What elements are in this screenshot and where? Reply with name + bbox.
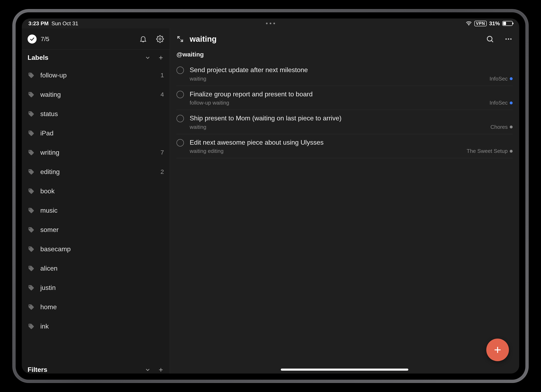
sidebar-label-home[interactable]: home [22, 297, 170, 317]
task-checkbox[interactable] [177, 139, 184, 147]
sidebar: 7/5 Labels [22, 28, 170, 373]
label-name: book [40, 187, 164, 195]
sidebar-label-iPad[interactable]: iPad [22, 123, 170, 143]
task-labels: waiting editing [190, 148, 224, 154]
label-name: home [40, 303, 164, 311]
svg-point-1 [159, 38, 161, 40]
task-row[interactable]: Finalize group report and present to boa… [177, 86, 513, 110]
label-count: 2 [161, 168, 164, 175]
task-row[interactable]: Send project update after next milestone… [177, 62, 513, 86]
group-header: @waiting [177, 50, 513, 62]
label-name: somer [40, 226, 164, 234]
main-header: waiting [170, 28, 519, 50]
svg-point-12 [510, 38, 512, 40]
svg-point-10 [505, 38, 507, 40]
chevron-down-icon[interactable] [145, 55, 151, 61]
sidebar-label-writing[interactable]: writing7 [22, 143, 170, 162]
expand-icon[interactable] [177, 35, 184, 43]
sidebar-label-waiting[interactable]: waiting4 [22, 85, 170, 104]
svg-point-0 [468, 25, 469, 25]
add-task-fab[interactable] [486, 339, 509, 361]
label-name: alicen [40, 265, 164, 272]
sidebar-label-status[interactable]: status [22, 104, 170, 123]
label-name: writing [40, 149, 161, 156]
label-name: waiting [40, 91, 161, 98]
settings-gear-icon[interactable] [156, 35, 164, 43]
status-date: Sun Oct 31 [52, 20, 78, 27]
label-count: 4 [161, 91, 164, 98]
label-name: editing [40, 168, 161, 176]
vpn-badge: VPN [474, 21, 487, 26]
add-filter-icon[interactable] [158, 367, 164, 373]
battery-percent: 31% [489, 20, 500, 27]
task-row[interactable]: Edit next awesome piece about using Ulys… [177, 134, 513, 158]
sidebar-label-music[interactable]: music [22, 201, 170, 220]
filters-section-header[interactable]: Filters [22, 361, 170, 373]
sidebar-label-somer[interactable]: somer [22, 220, 170, 239]
notifications-icon[interactable] [139, 35, 147, 43]
today-count[interactable]: 7/5 [41, 36, 139, 42]
task-title: Finalize group report and present to boa… [190, 90, 513, 99]
task-project: InfoSec [489, 76, 513, 82]
labels-list: follow-up1waiting4statusiPadwriting7edit… [22, 66, 170, 361]
label-name: music [40, 207, 164, 214]
chevron-down-icon[interactable] [145, 367, 151, 373]
task-checkbox[interactable] [177, 91, 184, 98]
sidebar-label-basecamp[interactable]: basecamp [22, 239, 170, 259]
wifi-icon [466, 21, 472, 26]
status-time: 3:23 PM [28, 20, 49, 27]
label-count: 7 [161, 149, 164, 156]
task-project: Chores [490, 124, 513, 130]
label-name: basecamp [40, 245, 164, 253]
task-labels: waiting [190, 124, 206, 130]
label-count: 1 [161, 72, 164, 79]
sidebar-top: 7/5 [22, 28, 170, 50]
svg-point-11 [508, 38, 509, 40]
status-bar: 3:23 PM Sun Oct 31 VPN 31% [22, 19, 519, 28]
task-labels: waiting [190, 76, 206, 82]
task-labels: follow-up waiting [190, 100, 229, 106]
task-title: Ship present to Mom (waiting on last pie… [190, 114, 513, 123]
page-title: waiting [190, 35, 217, 44]
task-list: @waiting Send project update after next … [170, 50, 519, 373]
task-row[interactable]: Ship present to Mom (waiting on last pie… [177, 110, 513, 134]
sidebar-label-book[interactable]: book [22, 181, 170, 201]
task-checkbox[interactable] [177, 66, 184, 74]
task-checkbox[interactable] [177, 115, 184, 122]
task-project: The Sweet Setup [467, 148, 513, 154]
label-name: iPad [40, 129, 164, 137]
main-panel: waiting @waiting Send project upd [170, 28, 519, 373]
sidebar-label-justin[interactable]: justin [22, 278, 170, 297]
task-project: InfoSec [489, 100, 513, 106]
sidebar-label-editing[interactable]: editing2 [22, 162, 170, 181]
multitask-dots[interactable] [266, 23, 275, 24]
today-badge[interactable] [28, 35, 36, 44]
svg-point-8 [487, 36, 492, 41]
sidebar-label-follow-up[interactable]: follow-up1 [22, 66, 170, 85]
add-label-icon[interactable] [158, 55, 164, 61]
task-title: Send project update after next milestone [190, 66, 513, 74]
label-name: follow-up [40, 71, 161, 79]
label-name: status [40, 110, 164, 118]
label-name: justin [40, 284, 164, 291]
labels-section-header[interactable]: Labels [22, 50, 170, 66]
search-icon[interactable] [486, 35, 494, 43]
label-name: ink [40, 323, 164, 330]
home-indicator[interactable] [281, 369, 408, 371]
more-options-icon[interactable] [505, 35, 513, 43]
svg-line-9 [491, 41, 493, 42]
battery-icon [502, 21, 513, 26]
filters-title: Filters [28, 366, 47, 373]
sidebar-label-ink[interactable]: ink [22, 317, 170, 336]
labels-title: Labels [28, 54, 48, 61]
task-title: Edit next awesome piece about using Ulys… [190, 138, 513, 147]
sidebar-label-alicen[interactable]: alicen [22, 259, 170, 278]
